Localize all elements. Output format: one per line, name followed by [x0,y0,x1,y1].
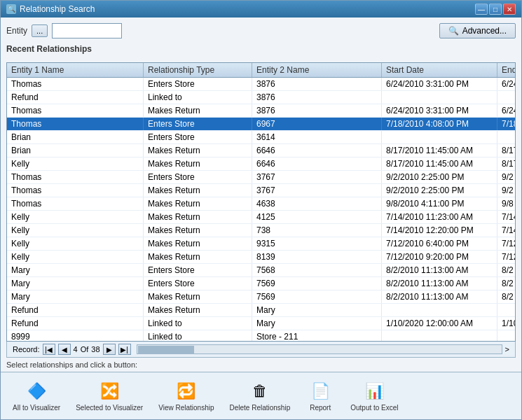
table-row[interactable]: BrianEnters Store3614 [7,131,515,144]
cell-rt: Enters Store [144,78,252,90]
table-row[interactable]: KellyMakes Return93157/12/2010 6:40:00 P… [7,237,515,251]
table-row[interactable]: ThomasEnters Store69677/18/2010 4:08:00 … [7,118,515,131]
delete-rel-button[interactable]: 🗑Delete Relationship [223,377,296,415]
cell-e1: Thomas [7,78,144,90]
cell-e2: 738 [252,224,382,237]
cell-end: 7/12 [497,237,515,250]
cell-e2: 4638 [252,197,382,210]
table-header: Entity 1 Name Relationship Type Entity 2… [7,63,515,78]
title-bar-controls: — □ ✕ [475,4,516,15]
delete-rel-label: Delete Relationship [229,404,290,412]
cell-e1: Mary [7,264,144,276]
table-row[interactable]: ThomasMakes Return37679/2/2010 2:25:00 P… [7,184,515,197]
cell-rt: Makes Return [144,144,252,157]
cell-rt: Makes Return [144,197,252,210]
cell-e1: Kelly [7,224,144,237]
cell-rt: Enters Store [144,277,252,290]
table-row[interactable]: ThomasEnters Store37679/2/2010 2:25:00 P… [7,171,515,184]
output-excel-button[interactable]: 📊Output to Excel [344,377,404,415]
table-row[interactable]: KellyMakes Return41257/14/2010 11:23:00 … [7,211,515,224]
table-row[interactable]: RefundMakes ReturnMary [7,304,515,317]
cell-e2: 3876 [252,104,382,117]
header-area: Entity ... 🔍 Advanced... Recent Relation… [1,18,521,62]
cell-sd: 6/24/2010 3:31:00 PM [382,104,497,117]
entity-browse-button[interactable]: ... [32,24,48,37]
cell-sd: 9/8/2010 4:11:00 PM [382,197,497,210]
table-row[interactable]: KellyMakes Return66468/17/2010 11:45:00 … [7,158,515,171]
record-current: 4 [74,345,78,354]
cell-e1: Refund [7,317,144,330]
cell-rt: Makes Return [144,290,252,303]
cell-e2: 6646 [252,158,382,170]
cell-end: 8/17 [497,144,515,157]
cell-e1: Thomas [7,184,144,197]
report-button[interactable]: 📄Report [299,377,341,415]
table-row[interactable]: RefundLinked to3876 [7,91,515,104]
cell-e1: Thomas [7,118,144,130]
col-header-end: End [497,63,516,77]
cell-e2: 7569 [252,277,382,290]
minimize-button[interactable]: — [475,4,488,15]
cell-rt: Makes Return [144,224,252,237]
window-icon: 🔍 [6,4,16,14]
status-bar: Select relationships and click a button: [1,358,521,372]
maximize-button[interactable]: □ [489,4,502,15]
cell-end: 9/2 [497,171,515,183]
col-header-e2: Entity 2 Name [252,63,382,77]
cell-e2: 6967 [252,118,382,130]
cell-rt: Makes Return [144,158,252,170]
col-header-sd: Start Date [382,63,497,77]
table-row[interactable]: 8999Linked toStore - 211 [7,330,515,341]
cell-e1: Brian [7,131,144,144]
cell-sd [382,330,497,341]
toolbar: 🔷All to Visualizer🔀Selected to Visualize… [1,372,521,419]
cell-e2: 9315 [252,237,382,250]
table-row[interactable]: ThomasMakes Return38766/24/2010 3:31:00 … [7,104,515,118]
selected-to-viz-button[interactable]: 🔀Selected to Visualizer [69,377,149,415]
cell-rt: Linked to [144,91,252,104]
cell-e2: 8139 [252,251,382,263]
table-row[interactable]: RefundLinked toMary1/10/2020 12:00:00 AM… [7,317,515,330]
cell-e2: 4125 [252,211,382,223]
report-icon: 📄 [309,380,331,402]
cell-e1: Thomas [7,104,144,117]
table-body[interactable]: ThomasEnters Store38766/24/2010 3:31:00 … [7,78,515,341]
prev-record-button[interactable]: ◀ [58,344,71,355]
cell-e2: Store - 211 [252,330,382,341]
first-record-button[interactable]: |◀ [43,344,55,355]
cell-rt: Enters Store [144,131,252,144]
table-row[interactable]: KellyMakes Return81397/12/2010 9:20:00 P… [7,251,515,264]
view-rel-button[interactable]: 🔁View Relationship [152,377,220,415]
cell-rt: Enters Store [144,171,252,183]
cell-e1: Mary [7,290,144,303]
next-record-button[interactable]: ▶ [103,344,116,355]
cell-rt: Makes Return [144,104,252,117]
table-row[interactable]: BrianMakes Return66468/17/2010 11:45:00 … [7,144,515,158]
selected-to-viz-icon: 🔀 [98,380,121,402]
table-row[interactable]: MaryEnters Store75698/2/2010 11:13:00 AM… [7,277,515,290]
horizontal-scrollbar[interactable] [137,344,502,354]
table-row[interactable]: KellyMakes Return7387/14/2010 12:20:00 P… [7,224,515,237]
close-button[interactable]: ✕ [503,4,516,15]
report-label: Report [310,404,331,412]
table-row[interactable]: ThomasEnters Store38766/24/2010 3:31:00 … [7,78,515,91]
selected-to-viz-label: Selected to Visualizer [76,404,143,412]
cell-e1: Kelly [7,211,144,223]
last-record-button[interactable]: ▶| [118,344,131,355]
table-row[interactable]: ThomasMakes Return46389/8/2010 4:11:00 P… [7,197,515,211]
window-title: Relationship Search [20,4,95,14]
advanced-button[interactable]: 🔍 Advanced... [439,23,516,38]
table-row[interactable]: MaryEnters Store75688/2/2010 11:13:00 AM… [7,264,515,277]
all-to-viz-button[interactable]: 🔷All to Visualizer [6,377,67,415]
cell-sd: 8/2/2010 11:13:00 AM [382,290,497,303]
record-label: Record: [13,345,40,354]
cell-e1: Mary [7,277,144,290]
cell-rt: Enters Store [144,264,252,276]
view-rel-label: View Relationship [158,404,214,412]
table-row[interactable]: MaryMakes Return75698/2/2010 11:13:00 AM… [7,290,515,304]
cell-end: 7/14 [497,211,515,223]
cell-e1: Kelly [7,251,144,263]
cell-e1: Brian [7,144,144,157]
entity-input[interactable] [52,23,122,38]
output-excel-icon: 📊 [363,380,385,402]
